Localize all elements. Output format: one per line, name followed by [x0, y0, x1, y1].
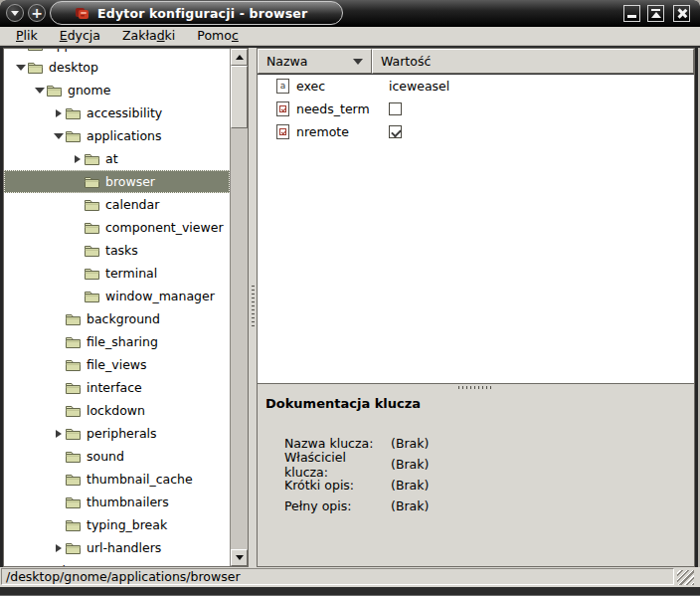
tree-item-peripherals[interactable]: peripherals: [4, 422, 230, 445]
menu-item-plik[interactable]: Plik: [8, 27, 46, 45]
key-name-label: exec: [296, 79, 325, 94]
tree-item-label: terminal: [105, 267, 157, 281]
expander-open-icon[interactable]: [14, 65, 27, 71]
close-button[interactable]: [673, 5, 690, 22]
chevron-down-icon: [11, 11, 19, 16]
folder-icon: [65, 450, 82, 464]
minimize-button[interactable]: [623, 5, 640, 22]
menu-item-pomoc[interactable]: Pomoc: [189, 27, 246, 45]
tree-item-window_manager[interactable]: window_manager: [4, 285, 230, 307]
doc-field: Pełny opis:(Brak): [284, 496, 694, 516]
key-row-nremote[interactable]: nremote: [258, 120, 694, 143]
scroll-down-button[interactable]: [231, 549, 248, 566]
tree-item-terminal[interactable]: terminal: [4, 262, 230, 285]
tree-item-label: applications: [87, 129, 161, 143]
tree-item-tasks[interactable]: tasks: [4, 239, 230, 262]
tree-item-schemas[interactable]: schemas: [4, 559, 230, 566]
tree-item-label: lockdown: [87, 404, 145, 418]
key-value-cell: [372, 125, 694, 138]
expander-open-icon[interactable]: [52, 133, 65, 139]
folder-icon: [65, 473, 82, 487]
expander-closed-icon[interactable]: [52, 109, 65, 117]
folder-icon: [65, 358, 82, 372]
tree-item-label: url-handlers: [87, 541, 161, 555]
sort-descending-icon: [353, 59, 363, 65]
tree-item-thumbnail_cache[interactable]: thumbnail_cache: [4, 468, 230, 491]
status-path-box: /desktop/gnome/applications/browser: [1, 568, 674, 585]
doc-field-label: Pełny opis:: [284, 498, 391, 513]
tree-item-label: thumbnail_cache: [87, 473, 193, 487]
doc-field: Krótki opis:(Brak): [284, 475, 694, 496]
scroll-up-button[interactable]: [231, 49, 248, 66]
menu-item-zakładki[interactable]: Zakładki: [114, 27, 183, 45]
tree-item-component_viewer[interactable]: component_viewer: [4, 216, 230, 239]
resize-grip[interactable]: [677, 570, 694, 585]
tree-item-desktop[interactable]: desktop: [4, 56, 230, 79]
column-header-name[interactable]: Nazwa: [258, 49, 372, 74]
tree-item-label: sound: [87, 450, 124, 464]
key-value-cell: iceweasel: [372, 79, 694, 94]
tree-item-thumbnailers[interactable]: thumbnailers: [4, 491, 230, 513]
window-title: Edytor konfiguracji - browser: [97, 6, 307, 21]
key-row-exec[interactable]: aexeciceweasel: [258, 75, 694, 98]
value-checkbox[interactable]: [389, 125, 402, 138]
menu-item-edycja[interactable]: Edycja: [52, 27, 108, 45]
key-name-cell: needs_term: [258, 101, 372, 116]
tree-item-typing_break[interactable]: typing_break: [4, 513, 230, 536]
tree-item-url-handlers[interactable]: url-handlers: [4, 536, 230, 559]
stick-window-button[interactable]: +: [28, 4, 46, 22]
tree-scrollbar[interactable]: [230, 49, 248, 566]
plus-icon: +: [31, 6, 43, 20]
tree-item-accessibility[interactable]: accessibility: [4, 101, 230, 124]
splitter-grip-icon: [458, 386, 494, 389]
tree-item-background[interactable]: background: [4, 307, 230, 330]
column-header-value[interactable]: Wartość: [372, 49, 694, 74]
tree-item-file_views[interactable]: file_views: [4, 353, 230, 376]
folder-icon: [65, 381, 82, 395]
tree-item-label: gnome: [68, 84, 110, 98]
tree-item-sound[interactable]: sound: [4, 445, 230, 468]
expander-closed-icon[interactable]: [71, 155, 84, 163]
tree-panel: appsdesktopgnomeaccessibilityapplication…: [3, 48, 249, 567]
tree-item-label: tasks: [105, 244, 138, 258]
tree-item-interface[interactable]: interface: [4, 376, 230, 399]
tree-item-file_sharing[interactable]: file_sharing: [4, 330, 230, 353]
tree-item-label: desktop: [49, 61, 98, 75]
tree-item-gnome[interactable]: gnome: [4, 79, 230, 101]
shade-window-button[interactable]: [6, 4, 24, 22]
doc-field-value: (Brak): [391, 436, 429, 451]
menubar: PlikEdycjaZakładkiPomoc: [0, 27, 700, 46]
tree-item-label: file_views: [87, 358, 147, 372]
tree-item-label: at: [105, 152, 118, 166]
arrow-down-icon: [236, 555, 244, 560]
value-checkbox[interactable]: [389, 102, 402, 115]
folder-icon: [84, 198, 100, 212]
window-bottom-border: [0, 587, 700, 596]
expander-open-icon[interactable]: [33, 88, 46, 94]
tree-item-calendar[interactable]: calendar: [4, 193, 230, 216]
window-right-border: [695, 48, 700, 567]
scrollbar-thumb[interactable]: [231, 66, 248, 128]
doc-panel: Dokumentacja klucza Nazwa klucza:(Brak)W…: [258, 391, 694, 566]
tree-item-apps[interactable]: apps: [4, 49, 230, 56]
doc-splitter[interactable]: [258, 383, 694, 391]
tree-item-browser[interactable]: browser: [4, 170, 230, 193]
expander-closed-icon[interactable]: [52, 544, 65, 552]
expander-closed-icon[interactable]: [52, 430, 65, 438]
key-row-needs_term[interactable]: needs_term: [258, 98, 694, 120]
folder-icon: [65, 312, 82, 326]
tree-item-label: background: [87, 312, 160, 326]
tree-item-at[interactable]: at: [4, 147, 230, 170]
tree-item-applications[interactable]: applications: [4, 124, 230, 147]
tree-item-label: accessibility: [87, 106, 162, 120]
tree-item-label: interface: [87, 381, 142, 395]
folder-icon: [84, 290, 100, 303]
doc-field-label: Właściciel klucza:: [284, 450, 391, 480]
doc-field-value: (Brak): [391, 498, 429, 513]
tree-item-lockdown[interactable]: lockdown: [4, 399, 230, 422]
maximize-button[interactable]: [647, 5, 664, 22]
panel-splitter[interactable]: [249, 48, 257, 567]
doc-field: Właściciel klucza:(Brak): [284, 454, 694, 475]
titlebar[interactable]: + Edytor konfiguracji - browser: [0, 0, 700, 27]
folder-icon: [65, 404, 82, 418]
